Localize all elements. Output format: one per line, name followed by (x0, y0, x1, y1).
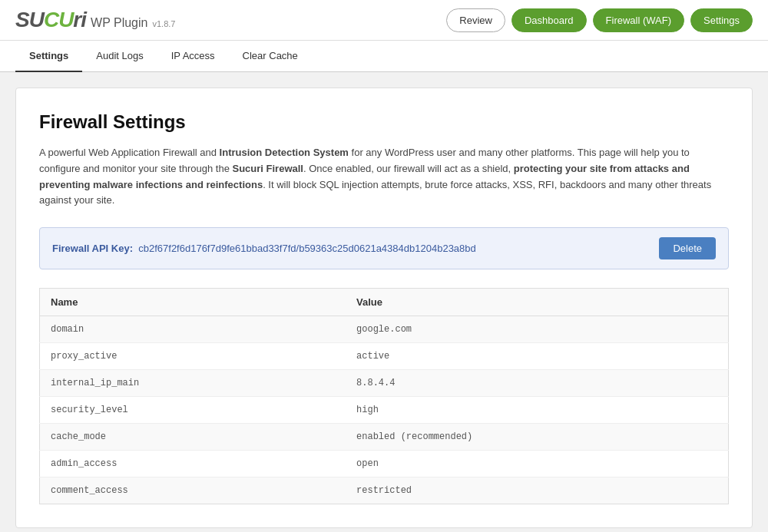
row-name: domain (40, 316, 346, 343)
tab-audit-logs[interactable]: Audit Logs (82, 41, 157, 72)
row-value: open (346, 451, 728, 477)
nav-buttons: Review Dashboard Firewall (WAF) Settings (446, 8, 753, 32)
settings-button[interactable]: Settings (690, 8, 753, 32)
table-row: comment_accessrestricted (40, 477, 729, 504)
top-bar: SUCUri WP Plugin v1.8.7 Review Dashboard… (0, 0, 768, 41)
tab-settings[interactable]: Settings (15, 41, 82, 72)
row-name: internal_ip_main (40, 370, 346, 397)
row-value: active (346, 343, 728, 370)
card-title: Firewall Settings (39, 111, 729, 133)
col-name-header: Name (40, 289, 346, 316)
wp-plugin-label: WP Plugin (91, 16, 147, 30)
tab-ip-access[interactable]: IP Access (157, 41, 229, 72)
desc-bold-1: Intrusion Detection System (220, 147, 349, 158)
row-value: enabled (recommended) (346, 424, 728, 451)
firewall-settings-card: Firewall Settings A powerful Web Applica… (15, 88, 753, 528)
dashboard-button[interactable]: Dashboard (511, 8, 587, 32)
tab-clear-cache[interactable]: Clear Cache (229, 41, 312, 72)
row-value: restricted (346, 477, 728, 504)
row-name: admin_access (40, 451, 346, 477)
row-value: 8.8.4.4 (346, 370, 728, 397)
api-key-block: Firewall API Key: cb2f67f2f6d176f7d9fe61… (39, 227, 729, 269)
sucuri-logo: SUCUri (15, 8, 86, 32)
table-row: admin_accessopen (40, 451, 729, 477)
table-row: domaingoogle.com (40, 316, 729, 343)
row-value: high (346, 397, 728, 424)
logo-area: SUCUri WP Plugin v1.8.7 (15, 8, 175, 32)
delete-api-key-button[interactable]: Delete (659, 237, 716, 259)
table-row: internal_ip_main8.8.4.4 (40, 370, 729, 397)
row-value: google.com (346, 316, 728, 343)
card-description: A powerful Web Application Firewall and … (39, 145, 729, 209)
api-key-text: Firewall API Key: cb2f67f2f6d176f7d9fe61… (52, 243, 476, 254)
row-name: security_level (40, 397, 346, 424)
api-key-value: cb2f67f2f6d176f7d9fe61bbad33f7fd/b59363c… (138, 243, 476, 254)
review-button[interactable]: Review (446, 8, 505, 32)
table-row: security_levelhigh (40, 397, 729, 424)
table-row: proxy_activeactive (40, 343, 729, 370)
col-value-header: Value (346, 289, 728, 316)
desc-text-1: A powerful Web Application Firewall and (39, 147, 220, 158)
desc-bold-2: Sucuri Firewall (232, 163, 303, 174)
version-label: v1.8.7 (152, 19, 175, 28)
desc-text-3: . Once enabled, our firewall will act as… (303, 163, 514, 174)
settings-table: Name Value domaingoogle.comproxy_activea… (39, 288, 729, 504)
sub-nav: Settings Audit Logs IP Access Clear Cach… (0, 41, 768, 72)
firewall-button[interactable]: Firewall (WAF) (593, 8, 684, 32)
api-key-label: Firewall API Key: (52, 243, 133, 254)
main-content: Firewall Settings A powerful Web Applica… (0, 72, 768, 532)
table-row: cache_modeenabled (recommended) (40, 424, 729, 451)
row-name: comment_access (40, 477, 346, 504)
row-name: proxy_active (40, 343, 346, 370)
row-name: cache_mode (40, 424, 346, 451)
